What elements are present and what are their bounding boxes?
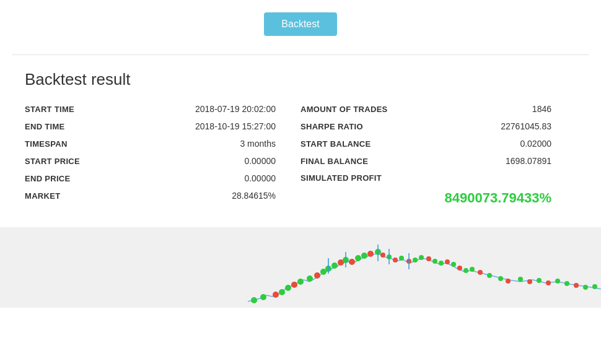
chart-section bbox=[0, 227, 601, 308]
stat-label: START TIME bbox=[25, 105, 74, 114]
svg-point-47 bbox=[592, 284, 597, 289]
stat-value: 22761045.83 bbox=[501, 121, 551, 131]
stat-value: 28.84615% bbox=[232, 191, 276, 201]
simulated-profit-value-row: 8490073.79433% bbox=[300, 190, 576, 206]
stat-row: SHARPE RATIO 22761045.83 bbox=[300, 121, 576, 131]
svg-point-40 bbox=[527, 279, 532, 284]
svg-point-8 bbox=[307, 275, 313, 282]
stat-label: SHARPE RATIO bbox=[300, 122, 363, 131]
stat-row: START BALANCE 0.02000 bbox=[300, 139, 576, 149]
svg-point-44 bbox=[564, 281, 569, 286]
svg-point-4 bbox=[279, 289, 285, 295]
svg-point-25 bbox=[413, 258, 418, 262]
svg-rect-0 bbox=[0, 227, 601, 308]
svg-point-22 bbox=[393, 258, 398, 262]
svg-point-30 bbox=[445, 259, 450, 264]
stat-value: 1698.07891 bbox=[506, 156, 551, 166]
simulated-profit-value: 8490073.79433% bbox=[445, 190, 552, 206]
stat-value: 3 months bbox=[240, 139, 276, 149]
stats-left: START TIME 2018-07-19 20:02:00 END TIME … bbox=[25, 104, 300, 209]
svg-point-31 bbox=[451, 262, 456, 267]
svg-point-39 bbox=[518, 277, 523, 282]
svg-point-29 bbox=[439, 261, 444, 266]
svg-point-46 bbox=[583, 285, 588, 290]
simulated-profit-label: SIMULATED PROFIT bbox=[300, 173, 382, 183]
svg-point-32 bbox=[457, 266, 462, 271]
svg-point-5 bbox=[285, 285, 291, 291]
svg-point-9 bbox=[314, 272, 320, 279]
stat-label: END TIME bbox=[25, 122, 65, 131]
stat-row: END TIME 2018-10-19 15:27:00 bbox=[25, 121, 300, 131]
stat-label: AMOUNT OF TRADES bbox=[300, 105, 388, 114]
stat-value: 0.02000 bbox=[520, 139, 551, 149]
stat-row: END PRICE 0.00000 bbox=[25, 173, 300, 183]
svg-point-38 bbox=[506, 279, 511, 284]
svg-point-41 bbox=[537, 278, 542, 283]
svg-point-18 bbox=[367, 251, 374, 257]
svg-point-43 bbox=[555, 279, 560, 284]
svg-point-34 bbox=[470, 267, 475, 272]
stat-row: START PRICE 0.00000 bbox=[25, 156, 300, 166]
svg-point-26 bbox=[419, 255, 424, 260]
svg-point-33 bbox=[463, 268, 468, 273]
stat-value: 0.00000 bbox=[244, 156, 276, 166]
simulated-profit-label-row: SIMULATED PROFIT bbox=[300, 173, 576, 183]
result-section: Backtest result START TIME 2018-07-19 20… bbox=[0, 55, 601, 221]
chart-svg bbox=[0, 227, 601, 308]
svg-point-35 bbox=[478, 270, 483, 275]
svg-point-28 bbox=[432, 259, 437, 264]
svg-point-1 bbox=[251, 297, 257, 303]
stat-row: START TIME 2018-07-19 20:02:00 bbox=[25, 104, 300, 114]
stat-label: FINAL BALANCE bbox=[300, 157, 368, 166]
stat-row: FINAL BALANCE 1698.07891 bbox=[300, 156, 576, 166]
stats-right: AMOUNT OF TRADES 1846 SHARPE RATIO 22761… bbox=[300, 104, 576, 209]
svg-point-6 bbox=[291, 282, 297, 288]
svg-point-7 bbox=[297, 279, 304, 285]
stat-label: END PRICE bbox=[25, 174, 71, 183]
stat-value: 2018-10-19 15:27:00 bbox=[195, 121, 276, 131]
svg-point-36 bbox=[487, 273, 492, 278]
stat-value: 2018-07-19 20:02:00 bbox=[195, 104, 276, 114]
top-section: Backtest bbox=[0, 0, 601, 54]
svg-point-16 bbox=[355, 255, 361, 261]
svg-point-42 bbox=[546, 280, 551, 285]
svg-point-17 bbox=[361, 253, 367, 259]
svg-point-2 bbox=[260, 294, 266, 300]
svg-point-45 bbox=[574, 283, 579, 288]
svg-point-3 bbox=[273, 292, 279, 298]
result-title: Backtest result bbox=[25, 70, 576, 89]
backtest-button[interactable]: Backtest bbox=[264, 12, 336, 36]
stat-value: 0.00000 bbox=[244, 173, 276, 183]
stat-label: MARKET bbox=[25, 191, 60, 201]
svg-point-20 bbox=[380, 253, 385, 258]
stats-container: START TIME 2018-07-19 20:02:00 END TIME … bbox=[25, 104, 576, 209]
stat-value: 1846 bbox=[532, 104, 551, 114]
svg-point-23 bbox=[399, 256, 404, 261]
stat-row: MARKET 28.84615% bbox=[25, 191, 300, 201]
stat-label: TIMESPAN bbox=[25, 139, 68, 149]
svg-point-37 bbox=[498, 276, 503, 281]
svg-point-15 bbox=[349, 259, 355, 265]
stat-label: START BALANCE bbox=[300, 139, 371, 149]
svg-point-27 bbox=[426, 256, 431, 261]
stat-label: START PRICE bbox=[25, 157, 80, 166]
stat-row: TIMESPAN 3 months bbox=[25, 139, 300, 149]
svg-point-12 bbox=[331, 262, 338, 269]
stat-row: AMOUNT OF TRADES 1846 bbox=[300, 104, 576, 114]
